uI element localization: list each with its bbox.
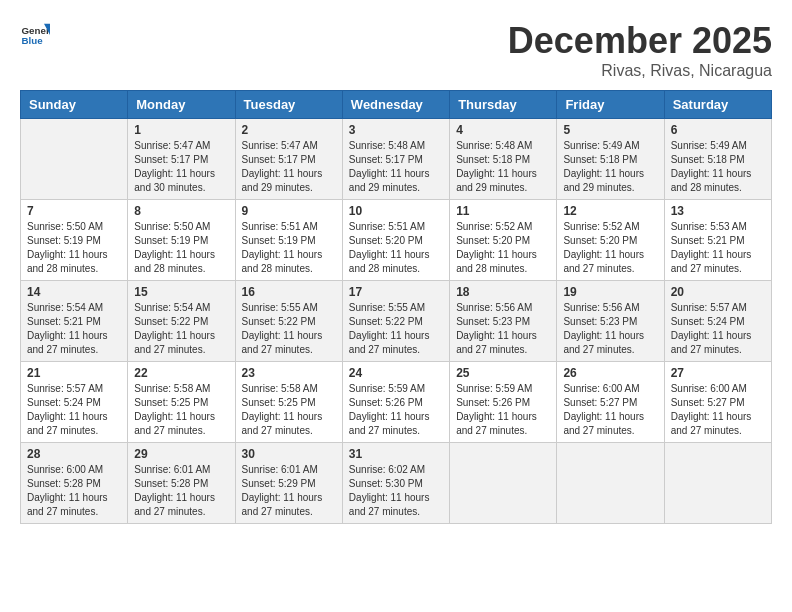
- weekday-header-wednesday: Wednesday: [342, 91, 449, 119]
- title-block: December 2025 Rivas, Rivas, Nicaragua: [508, 20, 772, 80]
- day-number: 19: [563, 285, 657, 299]
- day-info: Sunrise: 5:52 AMSunset: 5:20 PMDaylight:…: [456, 220, 550, 276]
- weekday-header-tuesday: Tuesday: [235, 91, 342, 119]
- day-info: Sunrise: 5:49 AMSunset: 5:18 PMDaylight:…: [671, 139, 765, 195]
- day-number: 23: [242, 366, 336, 380]
- day-number: 6: [671, 123, 765, 137]
- calendar-cell: 27Sunrise: 6:00 AMSunset: 5:27 PMDayligh…: [664, 362, 771, 443]
- calendar-cell: 13Sunrise: 5:53 AMSunset: 5:21 PMDayligh…: [664, 200, 771, 281]
- day-info: Sunrise: 5:52 AMSunset: 5:20 PMDaylight:…: [563, 220, 657, 276]
- day-number: 30: [242, 447, 336, 461]
- calendar-cell: 19Sunrise: 5:56 AMSunset: 5:23 PMDayligh…: [557, 281, 664, 362]
- day-info: Sunrise: 5:50 AMSunset: 5:19 PMDaylight:…: [134, 220, 228, 276]
- day-number: 13: [671, 204, 765, 218]
- calendar-week-row: 7Sunrise: 5:50 AMSunset: 5:19 PMDaylight…: [21, 200, 772, 281]
- day-info: Sunrise: 5:54 AMSunset: 5:22 PMDaylight:…: [134, 301, 228, 357]
- day-number: 1: [134, 123, 228, 137]
- day-number: 3: [349, 123, 443, 137]
- weekday-header-thursday: Thursday: [450, 91, 557, 119]
- day-info: Sunrise: 6:01 AMSunset: 5:29 PMDaylight:…: [242, 463, 336, 519]
- day-number: 25: [456, 366, 550, 380]
- calendar-cell: 9Sunrise: 5:51 AMSunset: 5:19 PMDaylight…: [235, 200, 342, 281]
- calendar-week-row: 21Sunrise: 5:57 AMSunset: 5:24 PMDayligh…: [21, 362, 772, 443]
- calendar-cell: 4Sunrise: 5:48 AMSunset: 5:18 PMDaylight…: [450, 119, 557, 200]
- day-number: 21: [27, 366, 121, 380]
- calendar-cell: 24Sunrise: 5:59 AMSunset: 5:26 PMDayligh…: [342, 362, 449, 443]
- day-number: 2: [242, 123, 336, 137]
- day-info: Sunrise: 5:57 AMSunset: 5:24 PMDaylight:…: [27, 382, 121, 438]
- weekday-header-monday: Monday: [128, 91, 235, 119]
- day-number: 22: [134, 366, 228, 380]
- calendar-cell: 22Sunrise: 5:58 AMSunset: 5:25 PMDayligh…: [128, 362, 235, 443]
- calendar-cell: 5Sunrise: 5:49 AMSunset: 5:18 PMDaylight…: [557, 119, 664, 200]
- day-info: Sunrise: 6:02 AMSunset: 5:30 PMDaylight:…: [349, 463, 443, 519]
- calendar-cell: 29Sunrise: 6:01 AMSunset: 5:28 PMDayligh…: [128, 443, 235, 524]
- day-info: Sunrise: 5:58 AMSunset: 5:25 PMDaylight:…: [242, 382, 336, 438]
- weekday-header-row: SundayMondayTuesdayWednesdayThursdayFrid…: [21, 91, 772, 119]
- day-number: 7: [27, 204, 121, 218]
- day-number: 15: [134, 285, 228, 299]
- day-number: 8: [134, 204, 228, 218]
- calendar-week-row: 28Sunrise: 6:00 AMSunset: 5:28 PMDayligh…: [21, 443, 772, 524]
- day-number: 28: [27, 447, 121, 461]
- calendar-cell: 3Sunrise: 5:48 AMSunset: 5:17 PMDaylight…: [342, 119, 449, 200]
- location-title: Rivas, Rivas, Nicaragua: [508, 62, 772, 80]
- day-number: 4: [456, 123, 550, 137]
- day-info: Sunrise: 5:51 AMSunset: 5:19 PMDaylight:…: [242, 220, 336, 276]
- weekday-header-saturday: Saturday: [664, 91, 771, 119]
- calendar-cell: 17Sunrise: 5:55 AMSunset: 5:22 PMDayligh…: [342, 281, 449, 362]
- day-number: 9: [242, 204, 336, 218]
- calendar-week-row: 1Sunrise: 5:47 AMSunset: 5:17 PMDaylight…: [21, 119, 772, 200]
- calendar-cell: 8Sunrise: 5:50 AMSunset: 5:19 PMDaylight…: [128, 200, 235, 281]
- calendar-cell: 2Sunrise: 5:47 AMSunset: 5:17 PMDaylight…: [235, 119, 342, 200]
- calendar-cell: 25Sunrise: 5:59 AMSunset: 5:26 PMDayligh…: [450, 362, 557, 443]
- day-number: 17: [349, 285, 443, 299]
- calendar-cell: 10Sunrise: 5:51 AMSunset: 5:20 PMDayligh…: [342, 200, 449, 281]
- weekday-header-sunday: Sunday: [21, 91, 128, 119]
- day-number: 31: [349, 447, 443, 461]
- day-info: Sunrise: 5:59 AMSunset: 5:26 PMDaylight:…: [349, 382, 443, 438]
- day-number: 27: [671, 366, 765, 380]
- day-info: Sunrise: 5:50 AMSunset: 5:19 PMDaylight:…: [27, 220, 121, 276]
- calendar-cell: 16Sunrise: 5:55 AMSunset: 5:22 PMDayligh…: [235, 281, 342, 362]
- page-header: General Blue December 2025 Rivas, Rivas,…: [20, 20, 772, 80]
- calendar-cell: [21, 119, 128, 200]
- calendar-cell: [664, 443, 771, 524]
- day-number: 24: [349, 366, 443, 380]
- calendar-cell: 15Sunrise: 5:54 AMSunset: 5:22 PMDayligh…: [128, 281, 235, 362]
- day-info: Sunrise: 5:48 AMSunset: 5:17 PMDaylight:…: [349, 139, 443, 195]
- calendar-cell: 21Sunrise: 5:57 AMSunset: 5:24 PMDayligh…: [21, 362, 128, 443]
- day-info: Sunrise: 5:58 AMSunset: 5:25 PMDaylight:…: [134, 382, 228, 438]
- calendar-cell: 18Sunrise: 5:56 AMSunset: 5:23 PMDayligh…: [450, 281, 557, 362]
- calendar-table: SundayMondayTuesdayWednesdayThursdayFrid…: [20, 90, 772, 524]
- logo: General Blue: [20, 20, 50, 50]
- day-info: Sunrise: 6:01 AMSunset: 5:28 PMDaylight:…: [134, 463, 228, 519]
- day-info: Sunrise: 5:49 AMSunset: 5:18 PMDaylight:…: [563, 139, 657, 195]
- day-info: Sunrise: 5:55 AMSunset: 5:22 PMDaylight:…: [349, 301, 443, 357]
- svg-text:Blue: Blue: [22, 35, 44, 46]
- day-info: Sunrise: 5:59 AMSunset: 5:26 PMDaylight:…: [456, 382, 550, 438]
- day-info: Sunrise: 5:56 AMSunset: 5:23 PMDaylight:…: [456, 301, 550, 357]
- day-info: Sunrise: 5:57 AMSunset: 5:24 PMDaylight:…: [671, 301, 765, 357]
- calendar-week-row: 14Sunrise: 5:54 AMSunset: 5:21 PMDayligh…: [21, 281, 772, 362]
- calendar-cell: 31Sunrise: 6:02 AMSunset: 5:30 PMDayligh…: [342, 443, 449, 524]
- day-info: Sunrise: 6:00 AMSunset: 5:27 PMDaylight:…: [563, 382, 657, 438]
- day-info: Sunrise: 6:00 AMSunset: 5:28 PMDaylight:…: [27, 463, 121, 519]
- day-info: Sunrise: 5:48 AMSunset: 5:18 PMDaylight:…: [456, 139, 550, 195]
- day-number: 12: [563, 204, 657, 218]
- day-number: 29: [134, 447, 228, 461]
- calendar-cell: [450, 443, 557, 524]
- day-info: Sunrise: 5:47 AMSunset: 5:17 PMDaylight:…: [134, 139, 228, 195]
- day-info: Sunrise: 5:51 AMSunset: 5:20 PMDaylight:…: [349, 220, 443, 276]
- day-info: Sunrise: 5:55 AMSunset: 5:22 PMDaylight:…: [242, 301, 336, 357]
- calendar-cell: 6Sunrise: 5:49 AMSunset: 5:18 PMDaylight…: [664, 119, 771, 200]
- calendar-cell: 26Sunrise: 6:00 AMSunset: 5:27 PMDayligh…: [557, 362, 664, 443]
- calendar-cell: 14Sunrise: 5:54 AMSunset: 5:21 PMDayligh…: [21, 281, 128, 362]
- day-number: 16: [242, 285, 336, 299]
- logo-icon: General Blue: [20, 20, 50, 50]
- calendar-cell: 11Sunrise: 5:52 AMSunset: 5:20 PMDayligh…: [450, 200, 557, 281]
- day-info: Sunrise: 5:54 AMSunset: 5:21 PMDaylight:…: [27, 301, 121, 357]
- day-number: 10: [349, 204, 443, 218]
- calendar-cell: 20Sunrise: 5:57 AMSunset: 5:24 PMDayligh…: [664, 281, 771, 362]
- day-number: 18: [456, 285, 550, 299]
